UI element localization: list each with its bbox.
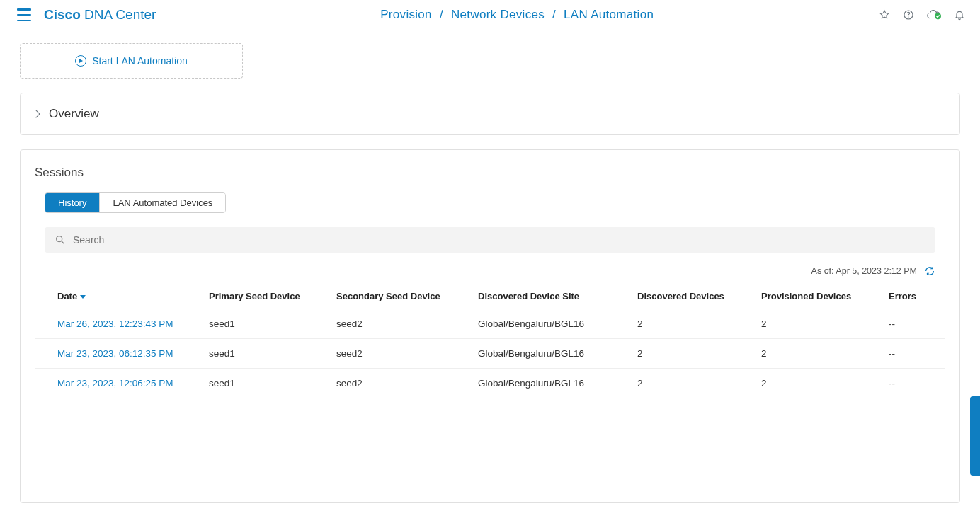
sessions-title: Sessions xyxy=(35,166,945,180)
cell-errors: -- xyxy=(884,309,945,339)
svg-point-1 xyxy=(908,16,908,17)
col-provisioned[interactable]: Provisioned Devices xyxy=(757,284,884,309)
svg-line-4 xyxy=(62,241,64,243)
table-row: Mar 23, 2023, 12:06:25 PM seed1 seed2 Gl… xyxy=(35,369,945,398)
svg-point-3 xyxy=(57,236,62,242)
table-header-row: Date Primary Seed Device Secondary Seed … xyxy=(35,284,945,309)
timestamp-row: As of: Apr 5, 2023 2:12 PM xyxy=(45,265,935,277)
cell-date[interactable]: Mar 26, 2023, 12:23:43 PM xyxy=(35,309,205,339)
cell-date[interactable]: Mar 23, 2023, 06:12:35 PM xyxy=(35,339,205,369)
start-lan-automation-button[interactable]: Start LAN Automation xyxy=(20,43,243,79)
search-input[interactable] xyxy=(73,234,925,246)
col-discovered[interactable]: Discovered Devices xyxy=(633,284,757,309)
cell-primary: seed1 xyxy=(205,309,332,339)
col-errors[interactable]: Errors xyxy=(884,284,945,309)
bell-icon[interactable] xyxy=(953,8,966,21)
play-icon xyxy=(75,55,86,67)
cell-errors: -- xyxy=(884,369,945,398)
breadcrumb-item-1[interactable]: Network Devices xyxy=(451,8,545,21)
header-icons xyxy=(878,8,966,21)
chevron-right-icon xyxy=(32,110,40,117)
help-icon[interactable] xyxy=(902,8,915,21)
app-title-light: DNA Center xyxy=(81,7,156,22)
cloud-status-icon[interactable] xyxy=(926,8,942,21)
search-icon xyxy=(55,234,66,246)
sessions-tabs: History LAN Automated Devices xyxy=(45,192,226,213)
star-icon[interactable] xyxy=(878,8,891,21)
cell-primary: seed1 xyxy=(205,369,332,398)
tab-history[interactable]: History xyxy=(45,193,99,212)
overview-title: Overview xyxy=(49,107,99,121)
breadcrumb-item-2[interactable]: LAN Automation xyxy=(564,8,654,21)
cell-site: Global/Bengaluru/BGL16 xyxy=(474,309,633,339)
cell-discovered: 2 xyxy=(633,339,757,369)
cell-primary: seed1 xyxy=(205,339,332,369)
breadcrumb: Provision / Network Devices / LAN Automa… xyxy=(156,8,878,22)
cell-site: Global/Bengaluru/BGL16 xyxy=(474,339,633,369)
cell-site: Global/Bengaluru/BGL16 xyxy=(474,369,633,398)
breadcrumb-sep: / xyxy=(440,8,443,21)
menu-icon[interactable] xyxy=(17,8,31,21)
col-primary[interactable]: Primary Seed Device xyxy=(205,284,332,309)
col-secondary[interactable]: Secondary Seed Device xyxy=(332,284,474,309)
app-title: Cisco DNA Center xyxy=(44,7,156,23)
refresh-icon[interactable] xyxy=(924,265,935,277)
sort-caret-icon xyxy=(80,295,86,299)
sessions-panel: Sessions History LAN Automated Devices A… xyxy=(20,149,960,503)
cell-secondary: seed2 xyxy=(332,309,474,339)
cell-provisioned: 2 xyxy=(757,339,884,369)
table-row: Mar 23, 2023, 06:12:35 PM seed1 seed2 Gl… xyxy=(35,339,945,369)
col-site[interactable]: Discovered Device Site xyxy=(474,284,633,309)
feedback-tab[interactable] xyxy=(970,396,980,476)
timestamp-label: As of: Apr 5, 2023 2:12 PM xyxy=(811,266,917,276)
cell-errors: -- xyxy=(884,339,945,369)
tab-lan-automated-devices[interactable]: LAN Automated Devices xyxy=(99,193,225,212)
cell-secondary: seed2 xyxy=(332,369,474,398)
table-row: Mar 26, 2023, 12:23:43 PM seed1 seed2 Gl… xyxy=(35,309,945,339)
breadcrumb-item-0[interactable]: Provision xyxy=(380,8,432,21)
cell-provisioned: 2 xyxy=(757,369,884,398)
app-header: Cisco DNA Center Provision / Network Dev… xyxy=(0,0,980,30)
cell-secondary: seed2 xyxy=(332,339,474,369)
sessions-table: Date Primary Seed Device Secondary Seed … xyxy=(35,284,945,398)
search-wrap xyxy=(45,227,935,253)
cell-date[interactable]: Mar 23, 2023, 12:06:25 PM xyxy=(35,369,205,398)
main-content: Start LAN Automation Overview Sessions H… xyxy=(0,30,980,503)
cell-provisioned: 2 xyxy=(757,309,884,339)
breadcrumb-sep: / xyxy=(552,8,556,21)
cell-discovered: 2 xyxy=(633,309,757,339)
cell-discovered: 2 xyxy=(633,369,757,398)
start-button-label: Start LAN Automation xyxy=(92,55,188,67)
overview-panel[interactable]: Overview xyxy=(20,93,960,135)
app-title-bold: Cisco xyxy=(44,7,81,22)
col-date[interactable]: Date xyxy=(35,284,205,309)
